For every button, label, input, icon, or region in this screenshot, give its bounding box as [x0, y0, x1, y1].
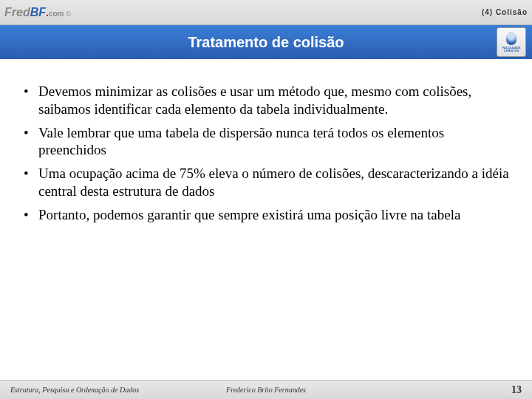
- site-logo: FredBF.com©: [4, 6, 71, 19]
- badge-line2: CHRISTUS: [504, 50, 519, 52]
- bullet-item: Portanto, podemos garantir que sempre ex…: [21, 206, 511, 224]
- footer: Estrutura, Pesquisa e Ordenação de Dados…: [0, 380, 532, 399]
- footer-course: Estrutura, Pesquisa e Ordenação de Dados: [10, 386, 139, 394]
- title-bar: Tratamento de colisão FACULDADE CHRISTUS: [0, 25, 532, 59]
- section-label: (4) Colisão: [482, 8, 528, 16]
- bullet-item: Devemos minimizar as colisões e usar um …: [21, 83, 511, 118]
- footer-author: Frederico Brito Fernandes: [226, 386, 306, 394]
- badge-icon: [506, 32, 516, 45]
- bullet-list: Devemos minimizar as colisões e usar um …: [21, 83, 511, 223]
- institution-badge: FACULDADE CHRISTUS: [497, 27, 526, 57]
- top-strip: FredBF.com© (4) Colisão: [0, 0, 532, 25]
- logo-fred: Fred: [4, 6, 30, 19]
- content-area: Devemos minimizar as colisões e usar um …: [0, 59, 532, 223]
- logo-copyright: ©: [66, 10, 71, 18]
- slide-title: Tratamento de colisão: [188, 34, 344, 51]
- bullet-item: Vale lembrar que uma tabela de dispersão…: [21, 124, 511, 160]
- page-number: 13: [511, 384, 522, 396]
- logo-com: com: [49, 10, 64, 18]
- bullet-item: Uma ocupação acima de 75% eleva o número…: [21, 165, 511, 200]
- logo-bf: BF: [30, 6, 46, 19]
